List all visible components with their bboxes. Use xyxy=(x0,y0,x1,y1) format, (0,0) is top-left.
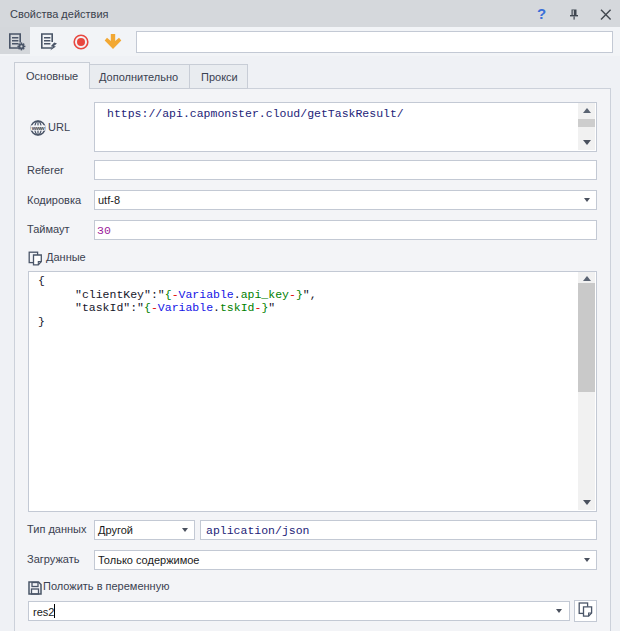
svg-text:www: www xyxy=(31,125,45,131)
